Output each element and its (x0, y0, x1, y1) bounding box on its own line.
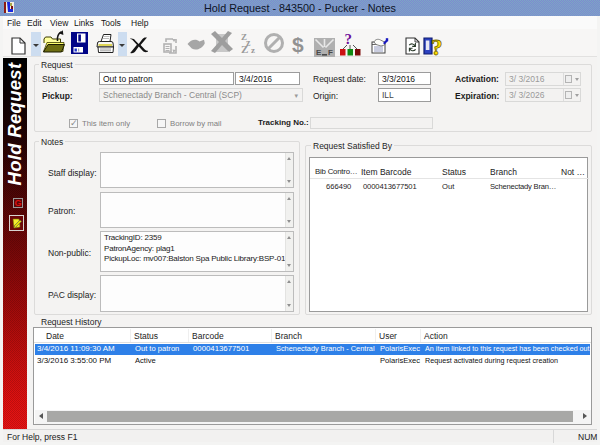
svg-text:z: z (251, 45, 255, 54)
svg-text:F: F (328, 48, 333, 57)
svg-text:?: ? (345, 31, 353, 47)
svg-text:?: ? (431, 36, 443, 56)
svg-text:$: $ (292, 33, 304, 56)
svg-text:E: E (316, 48, 322, 57)
svg-text:Z: Z (241, 43, 248, 54)
